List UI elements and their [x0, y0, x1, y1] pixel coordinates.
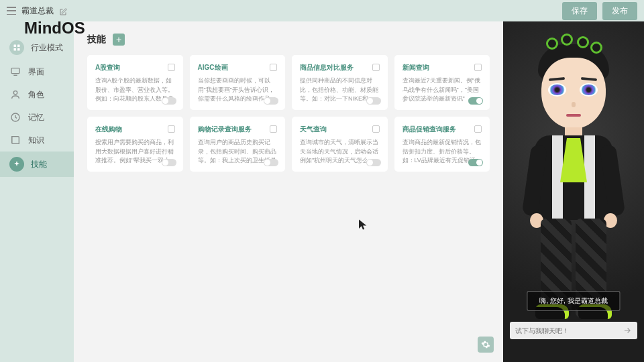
skill-card: 商品促销查询服务 查询商品的最新促销情况，包括折扣力度、折后价格等。如：LV品牌…: [394, 117, 490, 172]
sidebar-item-label: 知识: [28, 135, 44, 146]
card-title: 商品促销查询服务: [402, 125, 456, 134]
content: 技能 + A股查询 查询A股个股的最新数据，如股价、市盈率、营业收入等。例如：向…: [74, 21, 503, 362]
skill-card: 商品信息对比服务 提供同种商品的不同信息对比，包括价格、功能、材质能等。如：对比…: [292, 55, 388, 110]
card-title: 天气查询: [300, 125, 327, 134]
sidebar-item-label: 技能: [31, 159, 47, 170]
content-title: 技能: [87, 34, 106, 46]
card-title: 在线购物: [95, 125, 122, 134]
svg-point-6: [13, 91, 17, 95]
card-title: 购物记录查询服务: [198, 125, 252, 134]
book-icon: [9, 134, 21, 146]
svg-rect-1: [17, 45, 20, 48]
skill-card: A股查询 查询A股个股的最新数据，如股价、市盈率、营业收入等。例如：向花顺的股东…: [87, 55, 183, 110]
copy-icon[interactable]: [474, 125, 482, 133]
sidebar-item-knowledge[interactable]: 知识: [0, 129, 74, 152]
logo: MindOS: [24, 19, 85, 38]
skill-card: 购物记录查询服务 查询用户的商品历史购买记录，包括购买时间、购买商品等。如：我上…: [190, 117, 286, 172]
card-toggle[interactable]: [162, 97, 176, 105]
card-title: A股查询: [95, 63, 120, 72]
publish-button[interactable]: 发布: [602, 2, 637, 20]
chat-input[interactable]: [515, 327, 623, 335]
topbar: 霸道总裁 保存 发布: [0, 0, 644, 21]
sidebar-item-ui[interactable]: 界面: [0, 60, 74, 83]
svg-rect-3: [17, 48, 20, 51]
greeting-bubble: 嗨, 您好, 我是霸道总裁: [527, 291, 620, 311]
content-header: 技能 +: [87, 34, 490, 46]
svg-rect-2: [14, 48, 17, 51]
settings-button[interactable]: [478, 337, 494, 353]
copy-icon[interactable]: [270, 64, 277, 71]
menu-icon[interactable]: [7, 7, 16, 15]
monitor-icon: [9, 66, 21, 78]
sidebar-item-role[interactable]: 角色: [0, 83, 74, 106]
user-icon: [9, 88, 21, 101]
skill-card: 在线购物 搜索用户需要购买的商品，利用大数据根据用户喜好进行精准推荐。例如"帮我…: [87, 117, 183, 172]
copy-icon[interactable]: [372, 64, 380, 71]
card-title: 新闻查询: [402, 63, 429, 72]
edit-icon[interactable]: [59, 7, 67, 15]
svg-rect-4: [11, 68, 19, 74]
copy-icon[interactable]: [168, 64, 175, 71]
copy-icon[interactable]: [372, 125, 380, 133]
add-skill-button[interactable]: +: [113, 34, 125, 46]
sidebar-item-label: 行业模式: [31, 42, 63, 54]
card-title: 商品信息对比服务: [300, 63, 354, 72]
topbar-left: 霸道总裁: [7, 5, 67, 17]
svg-rect-0: [14, 45, 17, 48]
sidebar-item-skill[interactable]: 技能: [0, 152, 74, 177]
sidebar-item-industry[interactable]: 行业模式: [0, 35, 74, 60]
card-toggle[interactable]: [162, 159, 176, 166]
card-toggle[interactable]: [264, 159, 278, 166]
save-button[interactable]: 保存: [562, 2, 597, 20]
sidebar-item-label: 角色: [28, 89, 44, 101]
clock-icon: [9, 111, 21, 123]
grid-icon: [9, 40, 24, 55]
sparkle-icon: [9, 157, 24, 172]
cursor-icon: [357, 219, 369, 233]
sidebar: 行业模式 界面 角色 记忆 知识 技能: [0, 21, 74, 362]
page-title: 霸道总裁: [21, 5, 54, 17]
skill-cards: A股查询 查询A股个股的最新数据，如股价、市盈率、营业收入等。例如：向花顺的股东…: [87, 55, 490, 172]
card-toggle[interactable]: [468, 97, 483, 105]
copy-icon[interactable]: [270, 125, 277, 133]
copy-icon[interactable]: [168, 125, 175, 133]
send-icon[interactable]: [623, 326, 632, 335]
avatar-preview: 嗨, 您好, 我是霸道总裁: [503, 21, 644, 362]
skill-card: 新闻查询 查询最近7天重要新闻。例"俄乌战争有什么新闻吗"，"美国参议院选举的最…: [394, 55, 490, 110]
chat-input-wrap: [510, 322, 637, 339]
sidebar-item-label: 界面: [28, 66, 44, 78]
skill-card: 天气查询 查询城市的天气，清晰展示当天当地的天气情况，启动会话例如"杭州明天的天…: [292, 117, 388, 172]
sidebar-item-memory[interactable]: 记忆: [0, 106, 74, 129]
avatar-scene: 嗨, 您好, 我是霸道总裁: [503, 21, 644, 362]
topbar-actions: 保存 发布: [562, 2, 637, 20]
avatar: [523, 31, 624, 319]
card-title: AIGC绘画: [198, 63, 228, 72]
sidebar-item-label: 记忆: [28, 112, 44, 123]
skill-card: AIGC绘画 当你想要画画的时候，可以用"我想要画"开头告诉心识，你需要什么风格…: [190, 55, 286, 110]
card-toggle[interactable]: [366, 97, 381, 105]
card-toggle[interactable]: [366, 159, 381, 166]
card-toggle[interactable]: [468, 159, 483, 166]
copy-icon[interactable]: [474, 64, 482, 71]
card-toggle[interactable]: [264, 97, 278, 105]
